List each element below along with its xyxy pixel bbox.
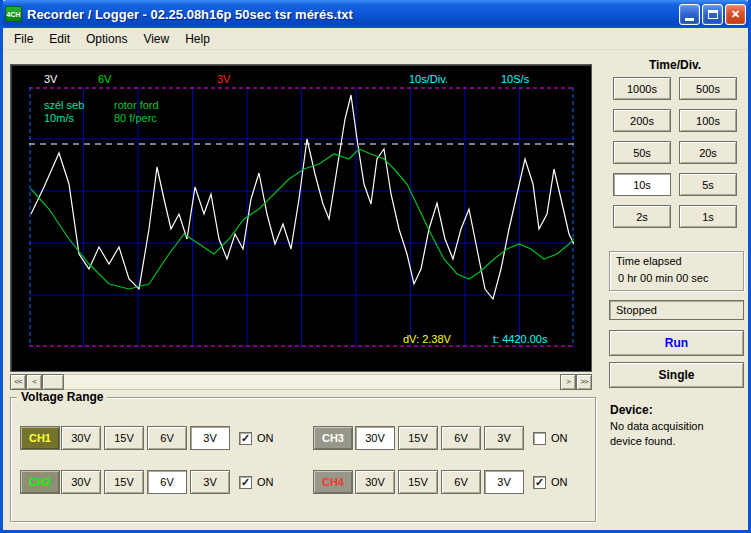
ch1-range-15v-button[interactable]: 15V — [104, 426, 144, 450]
app-icon: 4CH — [5, 6, 22, 22]
menu-file[interactable]: File — [6, 29, 41, 49]
client-area: 3V 6V 3V 10s/Div. 10S/s szél seb 10m/s r… — [3, 50, 748, 530]
plot-area: 3V 6V 3V 10s/Div. 10S/s szél seb 10m/s r… — [10, 64, 592, 372]
timediv-10s-button[interactable]: 10s — [613, 173, 671, 196]
timediv-20s-button[interactable]: 20s — [679, 141, 737, 164]
ch1-label: CH1 — [20, 426, 60, 450]
ch2-annotation: rotor ford 80 f/perc — [114, 99, 159, 125]
time-readout: t: 4420.00s — [493, 333, 547, 345]
scroll-far-right-button[interactable]: >> — [576, 374, 592, 390]
scrollbar-thumb[interactable] — [42, 374, 64, 390]
ch1-annotation-value: 10m/s — [44, 112, 84, 125]
delta-voltage-readout: dV: 2.38V — [403, 333, 451, 345]
ch1-on-checkbox[interactable]: ✓ — [239, 432, 252, 445]
timediv-1000s-button[interactable]: 1000s — [613, 77, 671, 100]
voltage-range-title: Voltage Range — [17, 390, 107, 404]
ch2-range-3v-button[interactable]: 3V — [190, 470, 230, 494]
single-button[interactable]: Single — [609, 362, 744, 388]
title-bar[interactable]: 4CH Recorder / Logger - 02.25.08h16p 50s… — [0, 0, 751, 28]
maximize-button[interactable] — [702, 4, 723, 25]
ch1-range-6v-button[interactable]: 6V — [147, 426, 187, 450]
menu-help[interactable]: Help — [177, 29, 218, 49]
plot-scrollbar: << < > >> — [10, 374, 592, 390]
ch3-on-row: ON — [533, 426, 568, 450]
timediv-1s-button[interactable]: 1s — [679, 205, 737, 228]
minimize-icon — [685, 18, 694, 21]
ch4-on-row: ✓ ON — [533, 470, 568, 494]
ch2-on-checkbox[interactable]: ✓ — [239, 476, 252, 489]
ch4-on-label: ON — [551, 476, 568, 488]
ch4-range-30v-button[interactable]: 30V — [355, 470, 395, 494]
scroll-right-button[interactable]: > — [560, 374, 576, 390]
ch2-range-6v-button[interactable]: 6V — [147, 470, 187, 494]
ch4-range-6v-button[interactable]: 6V — [441, 470, 481, 494]
ch2-label: CH2 — [20, 470, 60, 494]
timebase-label: 10s/Div. — [409, 73, 448, 85]
ch3-range-30v-button[interactable]: 30V — [355, 426, 395, 450]
device-status-line2: device found. — [610, 435, 675, 447]
timediv-title: Time/Div. — [607, 58, 743, 72]
ch4-range-label: 3V — [217, 73, 230, 85]
app-window: 4CH Recorder / Logger - 02.25.08h16p 50s… — [0, 0, 751, 533]
ch2-range-15v-button[interactable]: 15V — [104, 470, 144, 494]
ch2-on-label: ON — [257, 476, 274, 488]
time-elapsed-label: Time elapsed — [616, 255, 682, 267]
run-button[interactable]: Run — [609, 330, 744, 356]
ch4-on-checkbox[interactable]: ✓ — [533, 476, 546, 489]
timediv-5s-button[interactable]: 5s — [679, 173, 737, 196]
maximize-icon — [708, 10, 718, 19]
ch2-annotation-name: rotor ford — [114, 99, 159, 112]
timediv-100s-button[interactable]: 100s — [679, 109, 737, 132]
ch2-range-label: 6V — [98, 73, 111, 85]
ch3-on-checkbox[interactable] — [533, 432, 546, 445]
ch1-annotation-name: szél seb — [44, 99, 84, 112]
right-panel: Time/Div. 1000s 500s 200s 100s 50s 20s 1… — [607, 50, 747, 530]
timediv-500s-button[interactable]: 500s — [679, 77, 737, 100]
ch2-range-30v-button[interactable]: 30V — [61, 470, 101, 494]
waveform-canvas — [29, 87, 574, 347]
timediv-2s-button[interactable]: 2s — [613, 205, 671, 228]
ch1-annotation: szél seb 10m/s — [44, 99, 84, 125]
menu-bar: File Edit Options View Help — [3, 28, 748, 50]
voltage-range-group: Voltage Range CH1 30V 15V 6V 3V ✓ ON CH3… — [10, 397, 596, 522]
ch1-on-label: ON — [257, 432, 274, 444]
ch1-on-row: ✓ ON — [239, 426, 274, 450]
timediv-50s-button[interactable]: 50s — [613, 141, 671, 164]
ch3-label: CH3 — [313, 426, 353, 450]
ch3-on-label: ON — [551, 432, 568, 444]
ch1-range-3v-button[interactable]: 3V — [190, 426, 230, 450]
ch3-range-3v-button[interactable]: 3V — [484, 426, 524, 450]
ch3-range-6v-button[interactable]: 6V — [441, 426, 481, 450]
scroll-left-button[interactable]: < — [26, 374, 42, 390]
ch1-range-label: 3V — [44, 73, 57, 85]
status-indicator: Stopped — [609, 300, 744, 320]
time-elapsed-value: 0 hr 00 min 00 sec — [618, 272, 709, 284]
window-title: Recorder / Logger - 02.25.08h16p 50sec t… — [27, 7, 674, 22]
device-label: Device: — [610, 403, 653, 417]
timediv-200s-button[interactable]: 200s — [613, 109, 671, 132]
ch4-range-3v-button[interactable]: 3V — [484, 470, 524, 494]
window-controls: ✕ — [679, 4, 746, 25]
menu-edit[interactable]: Edit — [41, 29, 78, 49]
samplerate-label: 10S/s — [501, 73, 529, 85]
scroll-far-left-button[interactable]: << — [10, 374, 26, 390]
menu-options[interactable]: Options — [78, 29, 135, 49]
close-button[interactable]: ✕ — [725, 4, 746, 25]
ch2-on-row: ✓ ON — [239, 470, 274, 494]
ch1-range-30v-button[interactable]: 30V — [61, 426, 101, 450]
ch4-label: CH4 — [313, 470, 353, 494]
ch3-range-15v-button[interactable]: 15V — [398, 426, 438, 450]
ch4-range-15v-button[interactable]: 15V — [398, 470, 438, 494]
device-status-line1: No data acquisition — [610, 420, 704, 432]
minimize-button[interactable] — [679, 4, 700, 25]
time-elapsed-group: Time elapsed 0 hr 00 min 00 sec — [609, 251, 744, 291]
menu-view[interactable]: View — [135, 29, 177, 49]
ch2-annotation-value: 80 f/perc — [114, 112, 159, 125]
scrollbar-track[interactable] — [64, 374, 560, 390]
